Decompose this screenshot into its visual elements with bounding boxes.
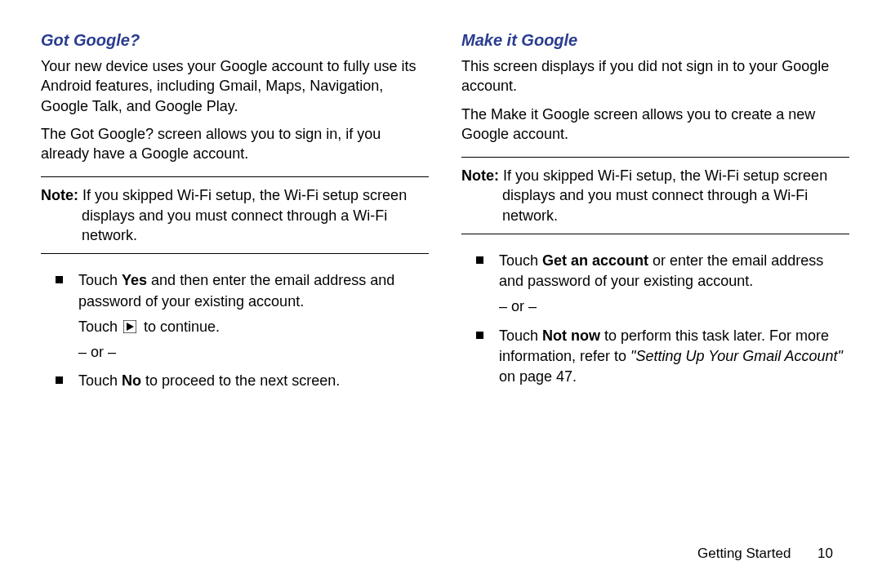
bold-get-account: Get an account xyxy=(542,252,648,269)
footer-section: Getting Started xyxy=(697,546,791,561)
right-note-block: Note: If you skipped Wi-Fi setup, the Wi… xyxy=(461,157,849,234)
left-note-label: Note: xyxy=(41,187,78,203)
right-bullet-list: Touch Get an account or enter the email … xyxy=(461,251,849,395)
right-paragraph-2: The Make it Google screen allows you to … xyxy=(461,105,849,145)
svg-marker-1 xyxy=(127,323,134,331)
left-bullet-list: Touch Yes and then enter the email addre… xyxy=(41,270,429,399)
right-sub-or: – or – xyxy=(499,296,849,317)
left-note-body: If you skipped Wi-Fi setup, the Wi-Fi se… xyxy=(78,187,407,243)
bold-yes: Yes xyxy=(122,272,147,288)
footer-page-number: 10 xyxy=(817,546,833,562)
left-paragraph-1: Your new device uses your Google account… xyxy=(41,56,429,116)
right-paragraph-1: This screen displays if you did not sign… xyxy=(461,56,849,96)
left-bullet-1: Touch Yes and then enter the email addre… xyxy=(41,270,429,363)
text: Touch xyxy=(78,372,122,389)
right-column: Make it Google This screen displays if y… xyxy=(461,31,849,531)
heading-make-it-google: Make it Google xyxy=(461,31,849,50)
right-bullet-2: Touch Not now to perform this task later… xyxy=(461,326,849,388)
heading-got-google: Got Google? xyxy=(41,31,429,50)
text: Touch xyxy=(78,272,122,288)
right-note-label: Note: xyxy=(461,167,499,184)
left-sub-or: – or – xyxy=(78,342,429,363)
right-note-text: Note: If you skipped Wi-Fi setup, the Wi… xyxy=(461,166,849,225)
left-column: Got Google? Your new device uses your Go… xyxy=(41,31,429,531)
text: to proceed to the next screen. xyxy=(141,372,340,389)
left-note-text: Note: If you skipped Wi-Fi setup, the Wi… xyxy=(41,185,429,245)
text: to continue. xyxy=(140,318,220,335)
right-bullet-1: Touch Get an account or enter the email … xyxy=(461,251,849,318)
left-sub-continue: Touch to continue. xyxy=(78,317,429,337)
left-paragraph-2: The Got Google? screen allows you to sig… xyxy=(41,124,429,164)
text: Touch xyxy=(78,318,122,335)
play-triangle-icon xyxy=(123,320,136,333)
left-bullet-2: Touch No to proceed to the next screen. xyxy=(41,371,429,391)
right-note-body: If you skipped Wi-Fi setup, the Wi-Fi se… xyxy=(499,167,827,224)
italic-reference: "Setting Up Your Gmail Account" xyxy=(630,348,843,364)
bold-not-now: Not now xyxy=(542,327,600,344)
text: Touch xyxy=(499,327,542,344)
text: on page 47. xyxy=(499,368,577,385)
text: Touch xyxy=(499,252,542,269)
left-note-block: Note: If you skipped Wi-Fi setup, the Wi… xyxy=(41,176,429,254)
bold-no: No xyxy=(122,372,141,389)
page-footer: Getting Started 10 xyxy=(697,546,833,562)
